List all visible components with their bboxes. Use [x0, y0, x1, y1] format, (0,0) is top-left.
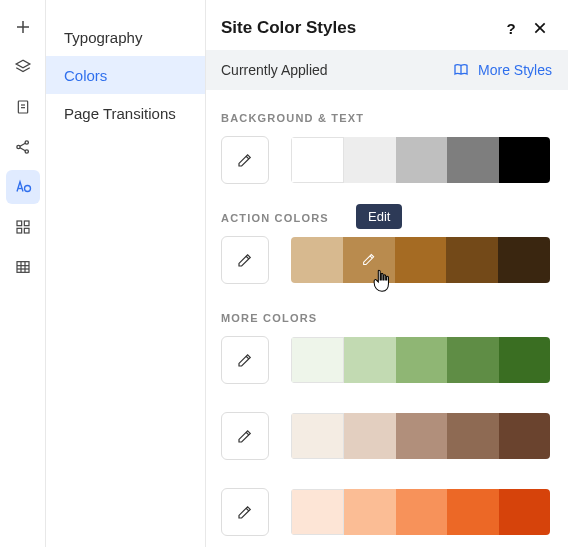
svg-point-6: [16, 145, 19, 148]
sidebar-item-label: Page Transitions: [64, 105, 176, 122]
rail-layers[interactable]: [6, 50, 40, 84]
swatch[interactable]: [446, 237, 498, 283]
pencil-icon: [236, 251, 254, 269]
svg-line-9: [20, 143, 25, 146]
swatch[interactable]: [499, 137, 550, 183]
svg-line-29: [246, 432, 249, 435]
svg-line-30: [246, 508, 249, 511]
swatch[interactable]: [499, 337, 550, 383]
add-icon: [14, 18, 32, 36]
panel-title: Site Color Styles: [221, 18, 356, 38]
svg-line-28: [246, 356, 249, 359]
swatch[interactable]: [344, 337, 395, 383]
swatch[interactable]: [396, 413, 447, 459]
svg-rect-16: [24, 228, 29, 233]
svg-rect-15: [17, 228, 22, 233]
swatch[interactable]: [499, 489, 550, 535]
svg-line-25: [246, 156, 249, 159]
sidebar-item-page-transitions[interactable]: Page Transitions: [46, 94, 205, 132]
swatch[interactable]: [291, 413, 344, 459]
design-icon: [13, 178, 33, 196]
rail-grid[interactable]: [6, 210, 40, 244]
palette-row-background-text: [221, 136, 550, 184]
swatch-group: [291, 337, 550, 383]
pencil-icon: [236, 503, 254, 521]
pencil-icon: [236, 427, 254, 445]
swatch[interactable]: [396, 137, 447, 183]
swatch-hovered[interactable]: [343, 237, 395, 283]
pencil-icon: [236, 151, 254, 169]
more-styles-button[interactable]: More Styles: [452, 62, 552, 78]
grid-icon: [15, 219, 31, 235]
svg-point-8: [25, 150, 28, 153]
swatch[interactable]: [291, 489, 344, 535]
swatch[interactable]: [396, 337, 447, 383]
svg-point-12: [24, 186, 30, 192]
edit-palette-button[interactable]: [221, 412, 269, 460]
currently-applied-label: Currently Applied: [221, 62, 328, 78]
swatch[interactable]: [291, 137, 344, 183]
sidebar-item-colors[interactable]: Colors: [46, 56, 205, 94]
svg-rect-13: [17, 221, 22, 226]
table-icon: [15, 259, 31, 275]
page-icon: [15, 98, 31, 116]
sidebar-item-typography[interactable]: Typography: [46, 18, 205, 56]
share-icon: [14, 138, 32, 156]
swatch[interactable]: [344, 137, 395, 183]
swatch[interactable]: [291, 237, 343, 283]
sidebar-item-label: Typography: [64, 29, 142, 46]
palette-row-action-colors: Edit: [221, 236, 550, 284]
edit-palette-button[interactable]: [221, 336, 269, 384]
currently-applied-bar: Currently Applied More Styles: [206, 50, 568, 90]
book-icon: [452, 62, 470, 78]
rail-share[interactable]: [6, 130, 40, 164]
panel-body: BACKGROUND & TEXT ACTION COLORS Edit: [206, 90, 568, 547]
sidebar-item-label: Colors: [64, 67, 107, 84]
swatch-group: [291, 237, 550, 283]
rail-design[interactable]: [6, 170, 40, 204]
section-label-background-text: BACKGROUND & TEXT: [221, 112, 550, 124]
palette-row-more-2: [221, 412, 550, 460]
svg-line-27: [370, 256, 372, 258]
svg-rect-17: [17, 262, 29, 273]
edit-palette-button[interactable]: [221, 136, 269, 184]
swatch[interactable]: [344, 489, 395, 535]
swatch[interactable]: [499, 413, 550, 459]
edit-palette-button[interactable]: [221, 488, 269, 536]
svg-line-26: [246, 256, 249, 259]
swatch[interactable]: [395, 237, 447, 283]
svg-rect-3: [18, 101, 27, 113]
swatch[interactable]: [344, 413, 395, 459]
close-icon[interactable]: [532, 20, 548, 36]
swatch-group: [291, 137, 550, 183]
palette-row-more-3: [221, 488, 550, 536]
panel: Site Color Styles ? Currently Applied Mo…: [206, 0, 568, 547]
panel-header: Site Color Styles ?: [206, 0, 568, 50]
svg-marker-2: [16, 60, 30, 68]
swatch[interactable]: [498, 237, 550, 283]
help-icon[interactable]: ?: [502, 19, 520, 37]
pencil-icon: [361, 251, 377, 267]
swatch[interactable]: [447, 137, 498, 183]
swatch-group: [291, 489, 550, 535]
pencil-icon: [236, 351, 254, 369]
rail-table[interactable]: [6, 250, 40, 284]
rail-page[interactable]: [6, 90, 40, 124]
swatch[interactable]: [447, 337, 498, 383]
edit-palette-button[interactable]: [221, 236, 269, 284]
left-icon-rail: [0, 0, 46, 547]
swatch[interactable]: [396, 489, 447, 535]
layers-icon: [14, 58, 32, 76]
tooltip-edit: Edit: [356, 204, 402, 229]
settings-sidebar: Typography Colors Page Transitions: [46, 0, 206, 547]
swatch-group: [291, 413, 550, 459]
swatch[interactable]: [291, 337, 344, 383]
swatch[interactable]: [447, 489, 498, 535]
svg-rect-14: [24, 221, 29, 226]
panel-header-actions: ?: [502, 19, 548, 37]
rail-add[interactable]: [6, 10, 40, 44]
section-label-more-colors: MORE COLORS: [221, 312, 550, 324]
swatch[interactable]: [447, 413, 498, 459]
palette-row-more-1: [221, 336, 550, 384]
more-styles-label: More Styles: [478, 62, 552, 78]
